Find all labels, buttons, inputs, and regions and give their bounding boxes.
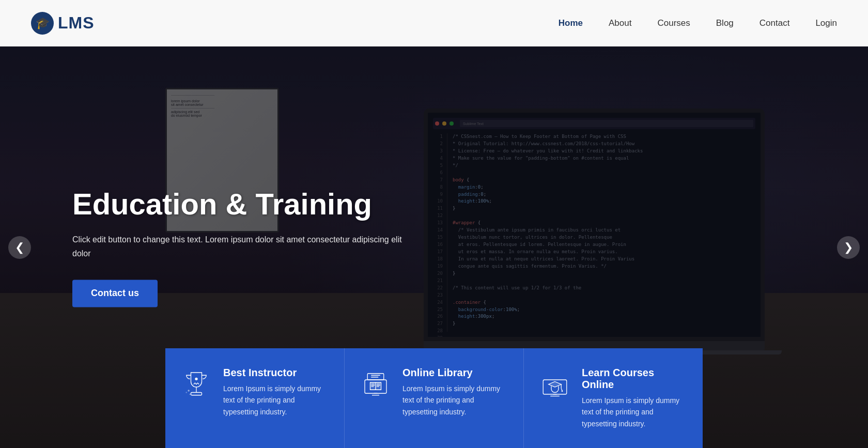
svg-line-16 — [561, 388, 562, 390]
hero-subtitle: Click edit button to change this text. L… — [72, 233, 403, 261]
svg-point-3 — [188, 390, 190, 392]
feature-title-instructor: Best Instructor — [223, 367, 330, 379]
logo[interactable]: 🎓 LMS — [31, 12, 95, 35]
trophy-icon — [180, 367, 213, 400]
feature-title-library: Online Library — [402, 367, 509, 379]
hero-content: Education & Training Click edit button t… — [72, 188, 403, 307]
feature-card-online-library: Online Library Lorem Ipsum is simply dum… — [345, 348, 524, 448]
slider-prev-button[interactable]: ❮ — [8, 236, 31, 259]
book-icon — [359, 367, 392, 400]
header: 🎓 LMS Home About Courses Blog Contact Lo… — [0, 0, 868, 47]
feature-desc-library: Lorem Ipsum is simply dummy text of the … — [402, 383, 509, 418]
nav-contact[interactable]: Contact — [760, 18, 790, 28]
feature-card-learn-courses: Learn Courses Online Lorem Ipsum is simp… — [524, 348, 703, 448]
feature-text-courses: Learn Courses Online Lorem Ipsum is simp… — [582, 367, 688, 429]
svg-point-2 — [195, 377, 197, 380]
main-nav: Home About Courses Blog Contact Login — [559, 18, 837, 28]
svg-point-5 — [185, 392, 187, 393]
logo-text: LMS — [58, 13, 95, 33]
nav-about[interactable]: About — [609, 18, 631, 28]
nav-home[interactable]: Home — [559, 18, 583, 28]
logo-icon: 🎓 — [31, 12, 54, 35]
hero-section: ───────────────── lorem ipsum dolor sit … — [0, 47, 868, 448]
svg-point-4 — [189, 394, 191, 395]
feature-cards: Best Instructor Lorem Ipsum is simply du… — [165, 348, 703, 448]
svg-rect-1 — [191, 392, 202, 395]
svg-point-17 — [562, 390, 563, 392]
nav-blog[interactable]: Blog — [716, 18, 734, 28]
feature-text-library: Online Library Lorem Ipsum is simply dum… — [402, 367, 509, 418]
slider-next-button[interactable]: ❯ — [837, 236, 860, 259]
monitor-graduation-icon — [538, 367, 571, 400]
svg-marker-14 — [549, 381, 562, 387]
feature-card-best-instructor: Best Instructor Lorem Ipsum is simply du… — [165, 348, 345, 448]
hero-cta-button[interactable]: Contact us — [72, 280, 158, 307]
nav-login[interactable]: Login — [815, 18, 837, 28]
svg-rect-10 — [367, 374, 384, 380]
nav-courses[interactable]: Courses — [657, 18, 690, 28]
feature-desc-courses: Lorem Ipsum is simply dummy text of the … — [582, 395, 688, 429]
feature-text-instructor: Best Instructor Lorem Ipsum is simply du… — [223, 367, 330, 418]
feature-title-courses: Learn Courses Online — [582, 367, 688, 391]
hero-title: Education & Training — [72, 188, 403, 221]
feature-desc-instructor: Lorem Ipsum is simply dummy text of the … — [223, 383, 330, 418]
